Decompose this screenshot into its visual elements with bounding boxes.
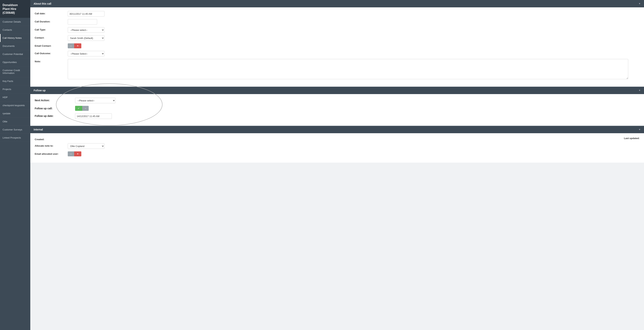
allocate-note-select[interactable]: Ollie Copland [68, 143, 104, 149]
internal-body: Created: Last updated: Allocate note to:… [30, 133, 644, 163]
allocate-note-label: Allocate note to: [35, 143, 68, 147]
follow-up-call-btn-group: ✓ – [75, 106, 640, 111]
sidebar-item-customer-details[interactable]: Customer Details [0, 18, 30, 26]
about-call-panel: About this call ▼ Call date: Call Durati… [30, 0, 644, 86]
company-name: Donaldson Plant Hire (C00648) [0, 0, 30, 18]
call-duration-label: Call Duration: [35, 19, 68, 23]
call-duration-row: Call Duration: [35, 19, 640, 25]
call-date-input[interactable] [68, 11, 104, 17]
call-duration-wrap [68, 19, 640, 25]
follow-up-call-label: Follow up call: [35, 106, 75, 110]
email-contact-wrap: – ✕ [68, 43, 640, 48]
call-outcome-label: Call Outcome: [35, 51, 68, 55]
follow-up-panel: Follow up ▼ Next Action: --Please select… [30, 87, 644, 125]
call-type-select[interactable]: --Please select-- [68, 27, 104, 33]
email-allocated-btn-group: – ✕ [68, 151, 640, 156]
about-call-title: About this call [34, 2, 51, 5]
call-type-label: Call Type: [35, 27, 68, 31]
sidebar-item-checkpoint-keypoints[interactable]: checkpoint keypoints [0, 101, 30, 110]
allocate-note-wrap: Ollie Copland [68, 143, 640, 149]
sidebar-item-ollie[interactable]: Ollie [0, 118, 30, 126]
email-allocated-label: Email allocated user: [35, 151, 68, 155]
sidebar-item-projects[interactable]: Projects [0, 85, 30, 93]
sidebar-item-call-history-notes[interactable]: Call History Notes [0, 34, 30, 42]
call-date-row: Call date: [35, 11, 640, 17]
internal-header[interactable]: Internal ▼ [30, 126, 644, 133]
about-call-header[interactable]: About this call ▼ [30, 0, 644, 7]
sidebar-item-customer-surveys[interactable]: Customer Surveys [0, 126, 30, 134]
follow-up-call-dash-button[interactable]: – [82, 106, 89, 111]
contact-select[interactable]: Sarah Smith (Default) [68, 35, 104, 41]
call-duration-input[interactable] [68, 19, 97, 25]
about-call-chevron: ▼ [638, 3, 641, 5]
email-allocated-x-button[interactable]: ✕ [74, 151, 81, 156]
created-row: Created: Last updated: [35, 137, 640, 141]
next-action-wrap: --Please select-- [75, 98, 640, 103]
call-outcome-select[interactable]: --Please Select-- [68, 51, 104, 56]
sidebar-item-ryedale[interactable]: ryedale [0, 110, 30, 118]
follow-up-title: Follow up [34, 89, 46, 92]
call-outcome-row: Call Outcome: --Please Select-- [35, 51, 640, 56]
sidebar-item-customer-credit-information[interactable]: Customer Credit Information [0, 66, 30, 77]
next-action-row: Next Action: --Please select-- [35, 98, 640, 103]
email-allocated-minus-button[interactable]: – [68, 151, 74, 156]
main-content: About this call ▼ Call date: Call Durati… [30, 0, 644, 330]
call-date-wrap [68, 11, 640, 17]
call-type-row: Call Type: --Please select-- [35, 27, 640, 33]
follow-up-call-wrap: ✓ – [75, 106, 640, 111]
follow-up-call-check-button[interactable]: ✓ [75, 106, 82, 111]
sidebar-item-linked-prospects[interactable]: Linked Prospects [0, 134, 30, 142]
created-label: Created: [35, 137, 68, 141]
follow-up-chevron: ▼ [638, 89, 641, 92]
email-allocated-row: Email allocated user: – ✕ [35, 151, 640, 156]
email-contact-row: Email Contact: – ✕ [35, 43, 640, 48]
email-contact-btn-group: – ✕ [68, 43, 640, 48]
email-allocated-wrap: – ✕ [68, 151, 640, 156]
follow-up-body: Next Action: --Please select-- Follow up… [30, 94, 644, 125]
follow-up-header[interactable]: Follow up ▼ [30, 87, 644, 94]
allocate-note-row: Allocate note to: Ollie Copland [35, 143, 640, 149]
internal-title: Internal [34, 128, 43, 131]
follow-up-date-label: Follow up date: [35, 113, 75, 117]
contact-row: Contact: Sarah Smith (Default) [35, 35, 640, 41]
follow-up-date-input[interactable] [75, 113, 112, 119]
note-wrap [68, 59, 640, 80]
sidebar-item-contacts[interactable]: Contacts [0, 26, 30, 34]
contact-label: Contact: [35, 35, 68, 39]
note-row: Note: [35, 59, 640, 80]
email-contact-label: Email Contact: [35, 43, 68, 47]
call-type-wrap: --Please select-- [68, 27, 640, 33]
follow-up-date-wrap [75, 113, 640, 119]
last-updated-label: Last updated: [624, 137, 640, 140]
sidebar-item-opportunities[interactable]: Opportunities [0, 58, 30, 66]
note-textarea[interactable] [68, 59, 628, 79]
sidebar-item-hdp[interactable]: HDP [0, 93, 30, 101]
email-contact-minus-button[interactable]: – [68, 43, 74, 48]
call-date-label: Call date: [35, 11, 68, 15]
follow-up-call-row: Follow up call: ✓ – [35, 106, 640, 111]
call-outcome-wrap: --Please Select-- [68, 51, 640, 56]
sidebar: Donaldson Plant Hire (C00648) Customer D… [0, 0, 30, 330]
follow-up-date-row: Follow up date: [35, 113, 640, 119]
next-action-label: Next Action: [35, 98, 75, 102]
sidebar-item-key-facts[interactable]: Key Facts [0, 77, 30, 85]
internal-panel: Internal ▼ Created: Last updated: Alloca… [30, 126, 644, 163]
internal-chevron: ▼ [638, 128, 641, 131]
contact-wrap: Sarah Smith (Default) [68, 35, 640, 41]
note-label: Note: [35, 59, 68, 63]
sidebar-item-documents[interactable]: Documents [0, 42, 30, 50]
sidebar-item-customer-potential[interactable]: Customer Potential [0, 50, 30, 58]
about-call-body: Call date: Call Duration: Call Type: --P… [30, 7, 644, 86]
next-action-select[interactable]: --Please select-- [75, 98, 116, 103]
email-contact-x-button[interactable]: ✕ [74, 43, 81, 48]
